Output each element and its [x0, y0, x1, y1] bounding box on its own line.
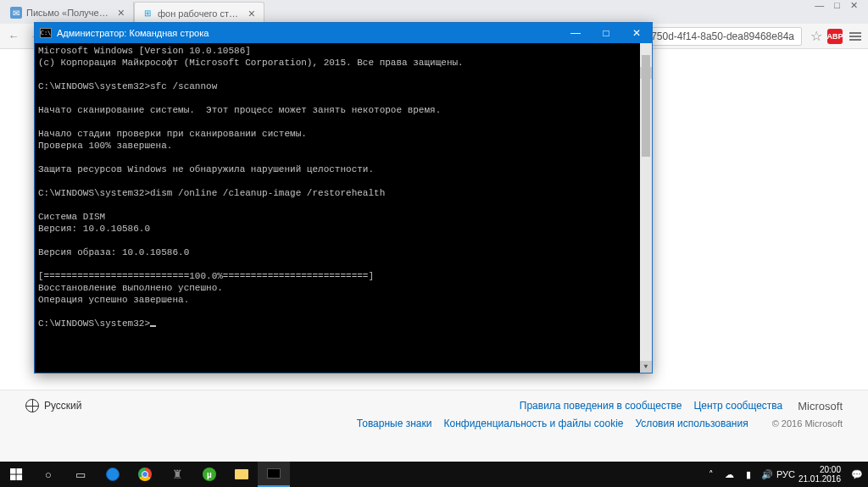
- mail-icon: ✉: [10, 7, 22, 19]
- tab-title: фон рабочего стола проп: [158, 8, 242, 19]
- maximize-button[interactable]: □: [591, 23, 621, 43]
- cursor-icon: [150, 325, 156, 327]
- maximize-icon[interactable]: □: [834, 0, 840, 17]
- footer-link[interactable]: Центр сообщества: [693, 400, 782, 412]
- taskbar-app-chrome[interactable]: [129, 462, 161, 487]
- scroll-down-icon[interactable]: ▼: [640, 361, 652, 373]
- svg-rect-1: [16, 468, 22, 474]
- microsoft-brand: Microsoft: [798, 400, 843, 412]
- network-icon[interactable]: ▮: [743, 468, 754, 480]
- page-footer: Русский Правила поведения в сообществе Ц…: [0, 390, 868, 462]
- chrome-icon: [138, 468, 152, 481]
- clock-time: 20:00: [798, 465, 841, 474]
- cmd-icon: C:\: [40, 28, 52, 38]
- close-icon[interactable]: ×: [116, 6, 126, 19]
- start-button[interactable]: [0, 462, 32, 487]
- windows-icon: ⊞: [142, 8, 153, 19]
- system-tray: ˄ ☁ ▮ 🔊 РУС 20:00 21.01.2016 💬: [700, 465, 868, 484]
- action-center-icon[interactable]: 💬: [851, 468, 863, 480]
- close-icon[interactable]: ×: [247, 7, 257, 20]
- taskbar-app-utorrent[interactable]: µ: [193, 462, 225, 487]
- browser-window-controls: — □ ✕: [804, 0, 868, 17]
- taskbar: ○ ▭ ♜ µ ˄ ☁ ▮ 🔊 РУС 20:00 21.01.2016 💬: [0, 462, 868, 487]
- globe-icon: [25, 399, 39, 412]
- cmd-window[interactable]: C:\ Администратор: Командная строка — □ …: [34, 22, 653, 374]
- footer-link[interactable]: Конфиденциальность и файлы cookie: [443, 418, 623, 429]
- cmd-body[interactable]: Microsoft Windows [Version 10.0.10586] (…: [35, 43, 652, 373]
- cmd-taskbar-icon: [267, 468, 281, 479]
- edge-icon: [106, 468, 120, 481]
- folder-icon: [235, 469, 248, 479]
- language-label: Русский: [44, 400, 82, 412]
- taskbar-search-icon[interactable]: ○: [32, 462, 64, 487]
- taskbar-app-explorer[interactable]: [225, 462, 258, 487]
- onedrive-icon[interactable]: ☁: [724, 468, 736, 480]
- minimize-button[interactable]: —: [560, 23, 591, 43]
- copyright: © 2016 Microsoft: [772, 418, 843, 429]
- browser-tab[interactable]: ✉ Письмо «Получен ответ к ×: [3, 2, 134, 24]
- svg-rect-2: [10, 474, 16, 480]
- taskbar-clock[interactable]: 20:00 21.01.2016: [798, 465, 844, 484]
- utorrent-icon: µ: [203, 468, 216, 481]
- cmd-titlebar[interactable]: C:\ Администратор: Командная строка — □ …: [35, 23, 652, 43]
- language-indicator[interactable]: РУС: [780, 468, 792, 480]
- tab-title: Письмо «Получен ответ к: [26, 8, 112, 18]
- bookmark-star-icon[interactable]: ☆: [810, 28, 822, 44]
- footer-link[interactable]: Правила поведения в сообществе: [520, 400, 682, 412]
- task-view-icon[interactable]: ▭: [64, 462, 97, 487]
- taskbar-app-game[interactable]: ♜: [161, 462, 193, 487]
- minimize-icon[interactable]: —: [815, 0, 824, 17]
- scroll-thumb[interactable]: [642, 55, 650, 157]
- cmd-title-text: Администратор: Командная строка: [57, 28, 560, 38]
- browser-tab[interactable]: ⊞ фон рабочего стола проп ×: [134, 2, 264, 24]
- volume-icon[interactable]: 🔊: [761, 468, 773, 480]
- close-button[interactable]: ✕: [621, 23, 652, 43]
- svg-rect-3: [16, 474, 22, 480]
- back-button[interactable]: ←: [5, 28, 22, 45]
- browser-tabstrip: ✉ Письмо «Получен ответ к × ⊞ фон рабоче…: [0, 0, 868, 24]
- abp-extension-icon[interactable]: ABP: [827, 29, 843, 44]
- language-selector[interactable]: Русский: [25, 399, 82, 412]
- footer-link[interactable]: Товарные знаки: [357, 418, 432, 429]
- url-fragment: zb-750d-4f14-8a50-dea89468e84a: [637, 30, 795, 42]
- taskbar-app-edge[interactable]: [97, 462, 129, 487]
- game-icon: ♜: [172, 468, 183, 481]
- cmd-output: Microsoft Windows [Version 10.0.10586] (…: [38, 46, 464, 329]
- browser-menu-icon[interactable]: [848, 32, 863, 41]
- tray-chevron-icon[interactable]: ˄: [705, 468, 717, 480]
- svg-rect-0: [10, 468, 16, 474]
- footer-link[interactable]: Условия использования: [635, 418, 748, 429]
- taskbar-app-cmd[interactable]: [258, 462, 290, 487]
- cmd-scrollbar[interactable]: ▲ ▼: [640, 43, 652, 373]
- clock-date: 21.01.2016: [798, 474, 841, 484]
- close-icon[interactable]: ✕: [850, 0, 858, 17]
